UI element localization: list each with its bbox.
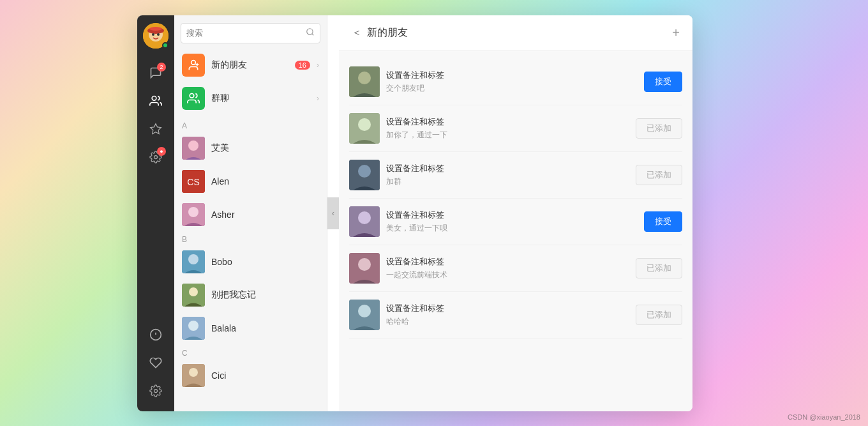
friend-tag-4: 设置备注和标签: [386, 256, 629, 268]
sidebar-settings-red-icon[interactable]: ●: [143, 144, 168, 170]
added-button-5[interactable]: 已添加: [636, 305, 682, 325]
special-items: 新的朋友 16 › 群聊 ›: [174, 49, 327, 118]
contact-item-bie[interactable]: 别把我忘记: [174, 278, 327, 312]
sidebar-chat-icon[interactable]: 2: [143, 60, 168, 86]
friend-msg-2: 加群: [386, 176, 629, 187]
svg-point-28: [189, 287, 198, 296]
friend-card-3: 设置备注和标签 美女，通过一下呗 接受: [349, 199, 682, 245]
friend-info-0: 设置备注和标签 交个朋友吧: [386, 70, 638, 94]
svg-marker-7: [151, 123, 161, 133]
svg-point-40: [358, 211, 371, 224]
main-header: ＜ 新的朋友 +: [339, 15, 692, 51]
svg-text:CS: CS: [187, 177, 199, 187]
contact-avatar-cici: [182, 364, 205, 387]
friend-tag-0: 设置备注和标签: [386, 70, 638, 81]
group-chat-item[interactable]: 群聊 ›: [174, 82, 327, 115]
contact-item-cici[interactable]: Cici: [174, 359, 327, 392]
contact-item-asher[interactable]: Asher: [174, 198, 327, 231]
friend-msg-1: 加你了，通过一下: [386, 130, 629, 141]
new-friend-label: 新的朋友: [211, 59, 288, 71]
svg-point-26: [188, 254, 198, 264]
friend-msg-5: 哈哈哈: [386, 316, 629, 327]
contact-scroll[interactable]: A 艾美 CS Alen: [174, 118, 327, 411]
svg-point-42: [358, 258, 371, 271]
svg-point-13: [307, 29, 313, 34]
group-label-b: B: [174, 231, 327, 245]
new-friend-item[interactable]: 新的朋友 16 ›: [174, 49, 327, 82]
contact-name-balala: Balala: [211, 323, 236, 333]
contact-name-alen: Alen: [211, 176, 229, 186]
accept-button-0[interactable]: 接受: [644, 72, 682, 92]
friend-card-0: 设置备注和标签 交个朋友吧 接受: [349, 59, 682, 105]
sidebar-info-icon[interactable]: [143, 322, 168, 347]
friend-tag-2: 设置备注和标签: [386, 163, 629, 174]
group-chat-label: 群聊: [211, 93, 310, 104]
friend-info-5: 设置备注和标签 哈哈哈: [386, 303, 629, 327]
contact-avatar-aimei: [182, 137, 205, 160]
back-button[interactable]: ＜: [352, 26, 362, 40]
sidebar-gear-icon[interactable]: [143, 378, 168, 404]
contact-item-bobo[interactable]: Bobo: [174, 245, 327, 278]
friend-card-5: 设置备注和标签 哈哈哈 已添加: [349, 292, 682, 339]
group-label-c: C: [174, 345, 327, 359]
svg-point-44: [358, 305, 371, 317]
contact-name-aimei: 艾美: [211, 142, 229, 154]
contact-item-balala[interactable]: Balala: [174, 312, 327, 345]
svg-point-32: [189, 368, 198, 377]
added-button-1[interactable]: 已添加: [636, 118, 682, 139]
contact-avatar-balala: [182, 317, 205, 340]
contact-name-asher: Asher: [211, 209, 235, 220]
add-friend-button[interactable]: +: [672, 26, 680, 40]
contact-avatar-alen: CS: [182, 170, 205, 193]
friend-tag-1: 设置备注和标签: [386, 116, 629, 128]
friend-avatar-4: [349, 253, 380, 284]
added-button-2[interactable]: 已添加: [636, 165, 682, 185]
friend-info-1: 设置备注和标签 加你了，通过一下: [386, 116, 629, 141]
added-button-4[interactable]: 已添加: [636, 258, 682, 278]
watermark: CSDN @xiaoyan_2018: [788, 413, 860, 421]
new-friend-badge: 16: [295, 61, 310, 70]
panel-collapse-indicator[interactable]: ‹: [327, 197, 339, 229]
svg-point-3: [149, 27, 162, 31]
friend-info-2: 设置备注和标签 加群: [386, 163, 629, 187]
user-avatar-wrap[interactable]: [143, 23, 168, 49]
svg-point-24: [188, 207, 198, 217]
friend-avatar-5: [349, 300, 380, 330]
svg-point-5: [157, 33, 160, 36]
search-bar[interactable]: [181, 23, 320, 43]
friend-msg-3: 美女，通过一下呗: [386, 223, 638, 234]
svg-point-12: [154, 389, 158, 392]
sidebar-contacts-icon[interactable]: [143, 88, 168, 114]
svg-point-36: [358, 118, 371, 131]
contact-item-aimei[interactable]: 艾美: [174, 132, 327, 165]
group-label-a: A: [174, 118, 327, 132]
friend-avatar-3: [349, 206, 380, 237]
svg-point-8: [154, 155, 158, 158]
svg-point-30: [188, 321, 198, 331]
svg-point-38: [358, 165, 371, 178]
contact-name-bobo: Bobo: [211, 257, 232, 267]
friend-avatar-2: [349, 160, 380, 190]
accept-button-3[interactable]: 接受: [644, 211, 682, 232]
contact-name-bie: 别把我忘记: [211, 289, 256, 301]
friend-info-4: 设置备注和标签 一起交流前端技术: [386, 256, 629, 280]
search-input[interactable]: [186, 28, 306, 38]
svg-point-6: [152, 96, 156, 100]
main-title: 新的朋友: [367, 26, 672, 40]
contact-avatar-bie: [182, 284, 205, 307]
svg-line-14: [312, 34, 314, 36]
contact-avatar-bobo: [182, 250, 205, 273]
sidebar-apps-icon[interactable]: [143, 116, 168, 142]
friend-msg-4: 一起交流前端技术: [386, 270, 629, 280]
contact-item-alen[interactable]: CS Alen: [174, 165, 327, 198]
group-chat-chevron: ›: [317, 94, 319, 103]
friend-list: 设置备注和标签 交个朋友吧 接受 设置备注和标签 加你了，通过一下: [339, 51, 692, 411]
friend-avatar-1: [349, 113, 380, 144]
contact-avatar-asher: [182, 203, 205, 226]
group-chat-icon: [182, 87, 205, 110]
friend-msg-0: 交个朋友吧: [386, 83, 638, 94]
app-window: 2 ●: [137, 15, 692, 411]
main-panel: ＜ 新的朋友 + 设置备注和标签 交个朋友吧 接受: [339, 15, 692, 411]
sidebar-skin-icon[interactable]: [143, 350, 168, 376]
friend-card-1: 设置备注和标签 加你了，通过一下 已添加: [349, 105, 682, 152]
